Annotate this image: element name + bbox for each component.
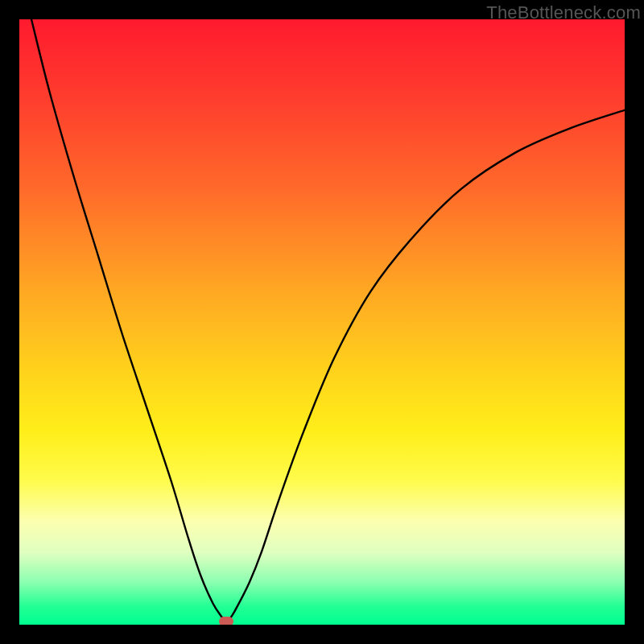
bottleneck-curve <box>31 19 625 621</box>
chart-frame: TheBottleneck.com <box>0 0 644 644</box>
plot-area <box>19 19 625 625</box>
curve-layer <box>19 19 625 625</box>
minimum-marker <box>219 617 233 625</box>
